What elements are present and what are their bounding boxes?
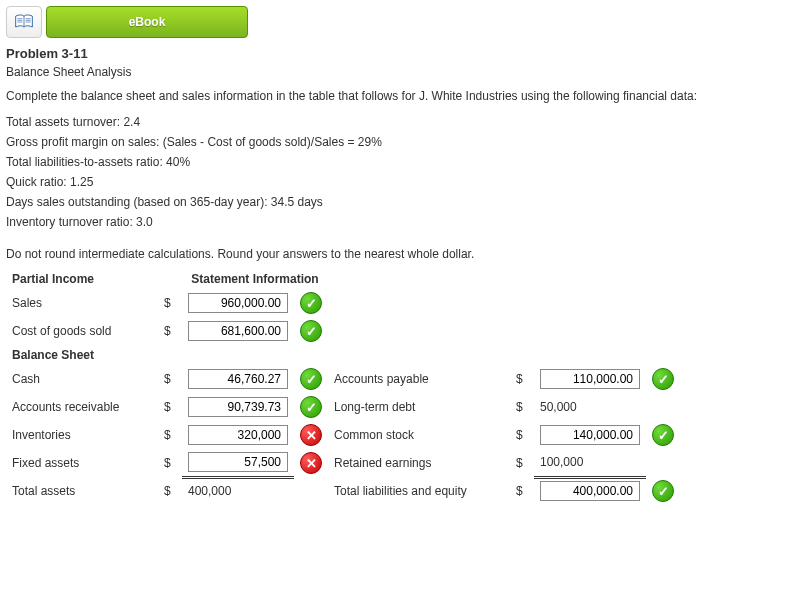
rounding-note: Do not round intermediate calculations. … (6, 247, 800, 261)
row-label: Accounts payable (328, 365, 510, 393)
currency-symbol: $ (510, 421, 534, 449)
currency-symbol: $ (158, 393, 182, 421)
data-line: Days sales outstanding (based on 365-day… (6, 193, 800, 211)
ebook-button[interactable]: eBook (46, 6, 248, 38)
data-line: Quick ratio: 1.25 (6, 173, 800, 191)
currency-symbol: $ (510, 393, 534, 421)
problem-instruction: Complete the balance sheet and sales inf… (6, 89, 800, 103)
data-line: Gross profit margin on sales: (Sales - C… (6, 133, 800, 151)
common-stock-input[interactable] (540, 425, 640, 445)
accounts-receivable-input[interactable] (188, 397, 288, 417)
incorrect-icon: ✕ (300, 452, 322, 474)
currency-symbol: $ (158, 289, 182, 317)
row-label: Retained earnings (328, 449, 510, 477)
correct-icon: ✓ (300, 396, 322, 418)
problem-subtitle: Balance Sheet Analysis (6, 65, 800, 79)
correct-icon: ✓ (652, 368, 674, 390)
currency-symbol: $ (158, 477, 182, 505)
row-label: Sales (6, 289, 158, 317)
row-label: Common stock (328, 421, 510, 449)
currency-symbol: $ (510, 449, 534, 477)
table-row: Inventories $ ✕ Common stock $ ✓ (6, 421, 680, 449)
table-row: Total assets $ 400,000 Total liabilities… (6, 477, 680, 505)
accounts-payable-input[interactable] (540, 369, 640, 389)
correct-icon: ✓ (300, 368, 322, 390)
table-row: Cost of goods sold $ ✓ (6, 317, 680, 345)
currency-symbol: $ (158, 421, 182, 449)
fixed-assets-input[interactable] (188, 452, 288, 472)
row-label: Inventories (6, 421, 158, 449)
retained-earnings-value: 100,000 (534, 449, 646, 477)
long-term-debt-value: 50,000 (534, 393, 646, 421)
problem-title: Problem 3-11 (6, 46, 800, 61)
correct-icon: ✓ (652, 424, 674, 446)
data-line: Inventory turnover ratio: 3.0 (6, 213, 800, 231)
cogs-input[interactable] (188, 321, 288, 341)
row-label: Total assets (6, 477, 158, 505)
book-icon-button[interactable] (6, 6, 42, 38)
financial-data-list: Total assets turnover: 2.4 Gross profit … (6, 113, 800, 231)
worksheet-table: Partial Income Statement Information Sal… (6, 269, 680, 505)
row-label: Cash (6, 365, 158, 393)
data-line: Total assets turnover: 2.4 (6, 113, 800, 131)
inventories-input[interactable] (188, 425, 288, 445)
currency-symbol: $ (510, 365, 534, 393)
currency-symbol: $ (158, 317, 182, 345)
balance-sheet-header: Balance Sheet (6, 345, 680, 365)
correct-icon: ✓ (300, 292, 322, 314)
total-assets-value: 400,000 (182, 477, 294, 505)
income-header-left: Partial Income (6, 269, 158, 289)
income-header-right: Statement Information (182, 269, 328, 289)
currency-symbol: $ (510, 477, 534, 505)
currency-symbol: $ (158, 449, 182, 477)
row-label: Accounts receivable (6, 393, 158, 421)
row-label: Total liabilities and equity (328, 477, 510, 505)
correct-icon: ✓ (300, 320, 322, 342)
table-row: Sales $ ✓ (6, 289, 680, 317)
incorrect-icon: ✕ (300, 424, 322, 446)
table-row: Accounts receivable $ ✓ Long-term debt $… (6, 393, 680, 421)
cash-input[interactable] (188, 369, 288, 389)
table-row: Cash $ ✓ Accounts payable $ ✓ (6, 365, 680, 393)
currency-symbol: $ (158, 365, 182, 393)
row-label: Cost of goods sold (6, 317, 158, 345)
book-icon (14, 14, 34, 30)
correct-icon: ✓ (652, 480, 674, 502)
sales-input[interactable] (188, 293, 288, 313)
data-line: Total liabilities-to-assets ratio: 40% (6, 153, 800, 171)
total-liabilities-equity-input[interactable] (540, 481, 640, 501)
row-label: Fixed assets (6, 449, 158, 477)
table-row: Fixed assets $ ✕ Retained earnings $ 100… (6, 449, 680, 477)
row-label: Long-term debt (328, 393, 510, 421)
